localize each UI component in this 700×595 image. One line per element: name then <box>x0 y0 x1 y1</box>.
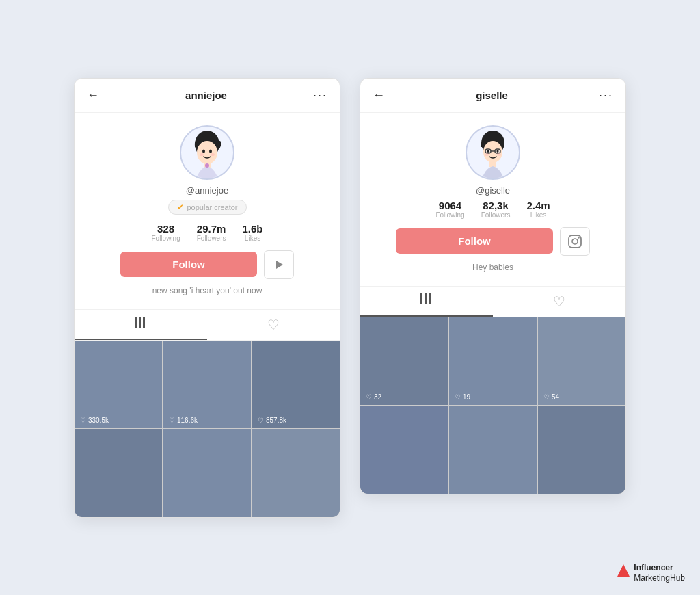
tab-likes-anniejoe[interactable]: ♡ <box>207 310 340 340</box>
profile-section-anniejoe: @anniejoe ✔ popular creator 328 Followin… <box>75 113 340 309</box>
grid-cell-4 <box>75 429 162 517</box>
stat-following-giselle: 9064 Following <box>435 200 464 219</box>
svg-rect-29 <box>429 293 431 304</box>
like-count-g3: ♡ 54 <box>543 393 559 401</box>
svg-marker-9 <box>276 261 283 269</box>
check-icon: ✔ <box>177 202 184 212</box>
svg-point-3 <box>202 149 205 153</box>
handle-anniejoe: @anniejoe <box>186 185 228 196</box>
grid-cell-g6 <box>538 406 625 494</box>
badge-label: popular creator <box>187 203 238 211</box>
stat-likes-anniejoe: 1.6b Likes <box>243 223 263 242</box>
avatar-giselle <box>466 125 520 180</box>
tab-grid-anniejoe[interactable] <box>75 310 207 340</box>
stat-likes-giselle: 2.4m Likes <box>526 200 550 219</box>
watermark-line1: Influencer <box>634 563 685 572</box>
svg-rect-12 <box>143 317 145 328</box>
grid-icon-giselle <box>420 293 433 308</box>
phone-giselle: ← giselle ··· <box>360 78 626 494</box>
grid-cell-g5 <box>449 406 537 494</box>
stats-row-anniejoe: 328 Following 29.7m Followers 1.6b Likes <box>151 223 262 242</box>
actions-row-anniejoe: Follow <box>120 250 294 279</box>
username-giselle: giselle <box>476 90 508 101</box>
grid-cell-g3: ♡ 54 <box>538 317 625 405</box>
bio-giselle: Hey babies <box>472 263 513 272</box>
tabs-giselle: ♡ <box>360 286 625 317</box>
phones-container: ← anniejoe ··· <box>74 78 626 518</box>
svg-rect-23 <box>489 161 496 167</box>
follow-button-giselle[interactable]: Follow <box>396 228 553 254</box>
svg-rect-10 <box>135 317 137 328</box>
svg-point-4 <box>209 149 212 153</box>
bio-anniejoe: new song 'i heart you' out now <box>152 286 262 295</box>
stat-followers-giselle: 82,3k Followers <box>481 200 511 219</box>
stats-row-giselle: 9064 Following 82,3k Followers 2.4m Like… <box>435 200 550 219</box>
svg-point-22 <box>497 153 501 156</box>
stat-followers-anniejoe: 29.7m Followers <box>197 223 226 242</box>
heart-icon-anniejoe: ♡ <box>267 317 280 333</box>
handle-giselle: @giselle <box>476 185 510 196</box>
like-count-g1: ♡ 32 <box>366 393 381 401</box>
grid-cell-2: ♡ 116.6k <box>163 341 251 428</box>
back-button-giselle[interactable]: ← <box>373 88 385 103</box>
header-giselle: ← giselle ··· <box>360 79 625 113</box>
actions-row-giselle: Follow <box>396 227 590 256</box>
grid-anniejoe: ♡ 330.5k ♡ 116.6k ♡ 857.8k <box>75 341 340 517</box>
header-anniejoe: ← anniejoe ··· <box>75 79 340 113</box>
svg-point-25 <box>572 239 578 244</box>
like-count-g2: ♡ 19 <box>455 393 470 401</box>
svg-rect-11 <box>139 317 141 328</box>
watermark-line2: MarketingHub <box>634 573 685 583</box>
follow-button-anniejoe[interactable]: Follow <box>120 252 257 277</box>
avatar-anniejoe <box>180 125 234 180</box>
svg-point-6 <box>211 153 215 156</box>
more-button-anniejoe[interactable]: ··· <box>313 88 327 103</box>
watermark-text: Influencer MarketingHub <box>634 563 685 583</box>
back-button-anniejoe[interactable]: ← <box>87 88 99 103</box>
grid-cell-g4 <box>360 406 448 494</box>
stat-following-anniejoe: 328 Following <box>151 223 180 242</box>
grid-icon-anniejoe <box>134 317 148 331</box>
grid-cell-5 <box>163 429 251 517</box>
svg-point-21 <box>485 153 489 156</box>
like-count-3: ♡ 857.8k <box>258 416 286 424</box>
grid-giselle: ♡ 32 ♡ 19 ♡ 54 <box>360 317 625 494</box>
like-count-1: ♡ 330.5k <box>80 416 109 424</box>
grid-cell-6 <box>252 429 340 517</box>
grid-cell-g2: ♡ 19 <box>449 317 537 405</box>
heart-icon-giselle: ♡ <box>553 293 565 310</box>
grid-cell-g1: ♡ 32 <box>360 317 448 405</box>
badge-anniejoe: ✔ popular creator <box>168 200 247 215</box>
username-anniejoe: anniejoe <box>185 90 227 101</box>
grid-cell-1: ♡ 330.5k <box>75 341 162 428</box>
svg-point-8 <box>205 163 209 168</box>
watermark-diamond-icon <box>617 564 630 577</box>
svg-point-19 <box>487 150 489 153</box>
video-icon-btn-anniejoe[interactable] <box>264 250 294 279</box>
like-count-2: ♡ 116.6k <box>169 416 198 424</box>
svg-rect-27 <box>420 293 422 304</box>
phone-anniejoe: ← anniejoe ··· <box>74 78 340 518</box>
profile-section-giselle: @giselle 9064 Following 82,3k Followers … <box>360 113 625 286</box>
tab-likes-giselle[interactable]: ♡ <box>493 287 625 317</box>
svg-rect-28 <box>425 293 427 304</box>
more-button-giselle[interactable]: ··· <box>599 88 613 103</box>
grid-cell-3: ♡ 857.8k <box>252 341 340 428</box>
tab-grid-giselle[interactable] <box>360 287 493 317</box>
svg-point-2 <box>197 141 217 164</box>
tabs-anniejoe: ♡ <box>75 309 340 341</box>
svg-point-5 <box>200 153 204 156</box>
svg-point-20 <box>497 150 499 153</box>
instagram-icon-btn-giselle[interactable] <box>560 227 590 256</box>
svg-point-26 <box>578 237 579 238</box>
watermark: Influencer MarketingHub <box>617 563 685 583</box>
